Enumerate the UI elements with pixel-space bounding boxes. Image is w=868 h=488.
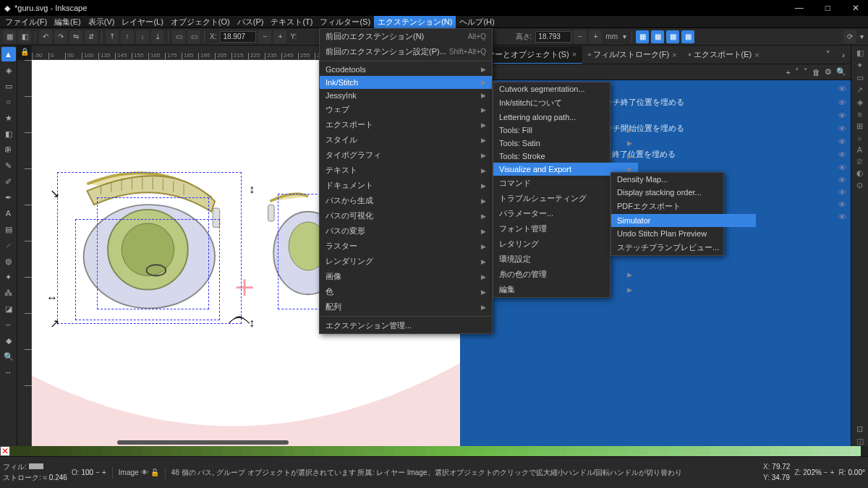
color-swatch[interactable]: [253, 446, 263, 456]
menu-item[interactable]: 配列▶: [320, 299, 492, 314]
color-swatch[interactable]: [638, 446, 648, 456]
color-swatch[interactable]: [263, 446, 273, 456]
panel-icon[interactable]: ≡: [857, 110, 861, 119]
menu-item[interactable]: Lettering along path...: [493, 111, 638, 124]
raise-icon[interactable]: ↑: [121, 30, 134, 43]
scale-handle[interactable]: ↕: [249, 183, 255, 196]
connector-tool[interactable]: ⎓: [1, 317, 16, 332]
menu-item[interactable]: ステッチプランプレビュー...: [611, 240, 756, 255]
node-tool[interactable]: ◈: [1, 63, 16, 77]
menu-item[interactable]: 画像▶: [320, 269, 492, 284]
panel-collapse-icon[interactable]: ˅: [820, 47, 836, 62]
color-swatch[interactable]: [203, 446, 213, 456]
menu-item[interactable]: Tools: Stroke▶: [493, 150, 638, 163]
color-swatch[interactable]: [334, 446, 344, 456]
lpe-tool[interactable]: ◆: [1, 333, 16, 348]
color-swatch[interactable]: [567, 446, 577, 456]
minus-icon[interactable]: −: [258, 30, 271, 43]
color-swatch[interactable]: [415, 446, 425, 456]
color-swatch[interactable]: [770, 446, 780, 456]
plus-icon[interactable]: +: [589, 30, 602, 43]
pen-tool[interactable]: ✐: [1, 174, 16, 189]
settings-icon[interactable]: ⚙: [825, 67, 832, 77]
scale-handle[interactable]: ↕: [249, 317, 255, 330]
scale-handle[interactable]: ↗: [50, 317, 59, 330]
color-swatch[interactable]: [81, 446, 91, 456]
color-swatch[interactable]: [760, 446, 770, 456]
color-swatch[interactable]: [658, 446, 668, 456]
refresh-icon[interactable]: ⟳: [843, 30, 856, 43]
color-swatch[interactable]: [111, 446, 122, 456]
color-swatch[interactable]: [314, 446, 324, 456]
panel-icon[interactable]: ⊙: [856, 181, 863, 190]
menu-item[interactable]: パスの可視化▶: [320, 208, 492, 223]
bucket-tool[interactable]: ◍: [1, 254, 16, 268]
color-swatch[interactable]: [446, 446, 456, 456]
color-swatch[interactable]: [324, 446, 334, 456]
color-swatch[interactable]: [223, 446, 233, 456]
zoom-tool[interactable]: 🔍: [1, 349, 16, 364]
color-swatch[interactable]: [587, 446, 597, 456]
no-fill-swatch[interactable]: ✕: [0, 446, 10, 456]
eye-icon[interactable]: 👁: [141, 468, 148, 476]
color-swatch[interactable]: [749, 446, 760, 456]
color-swatch[interactable]: [30, 446, 41, 456]
color-swatch[interactable]: [739, 446, 749, 456]
menu-item[interactable]: エクスポート▶: [320, 117, 492, 132]
color-swatch[interactable]: [820, 446, 830, 456]
circle-tool[interactable]: ○: [1, 95, 16, 109]
menu-item[interactable]: 前回のエクステンション(N)Alt+Q: [320, 29, 492, 44]
spiral-tool[interactable]: ֍: [1, 142, 16, 157]
h-input[interactable]: [535, 31, 571, 43]
dropdown-icon[interactable]: ▾: [623, 33, 626, 40]
star-tool[interactable]: ★: [1, 111, 16, 125]
color-swatch[interactable]: [233, 446, 243, 456]
menu-6[interactable]: テキスト(T): [267, 16, 316, 28]
color-swatch[interactable]: [466, 446, 476, 456]
menu-item[interactable]: Undo Stitch Plan Preview: [611, 227, 756, 240]
color-swatch[interactable]: [719, 446, 729, 456]
panel-icon[interactable]: ⟐: [857, 134, 862, 142]
color-swatch[interactable]: [354, 446, 365, 456]
lower-icon[interactable]: ↓: [136, 30, 149, 43]
minimize-button[interactable]: —: [791, 1, 808, 14]
color-swatch[interactable]: [425, 446, 435, 456]
dropper-tool[interactable]: ⟋: [1, 238, 16, 252]
color-swatch[interactable]: [780, 446, 790, 456]
menu-item[interactable]: 前回のエクステンション設定(P)...Shift+Alt+Q: [320, 44, 492, 59]
menu-item[interactable]: エクステンション管理...: [320, 318, 492, 333]
flip-v-icon[interactable]: ⇵: [85, 30, 98, 43]
calligraphy-tool[interactable]: ✒: [1, 190, 16, 205]
panel-icon[interactable]: ◧: [856, 48, 864, 58]
flip-h-icon[interactable]: ⇋: [69, 30, 82, 43]
menu-item[interactable]: 色▶: [320, 284, 492, 299]
color-swatch[interactable]: [577, 446, 587, 456]
color-swatch[interactable]: [456, 446, 466, 456]
close-button[interactable]: ✕: [848, 1, 864, 14]
menu-item[interactable]: Simulator: [611, 214, 756, 227]
lock-icon[interactable]: 🔓: [150, 468, 159, 476]
color-swatch[interactable]: [516, 446, 527, 456]
snap-btn[interactable]: ▦: [636, 30, 649, 43]
layer-up-icon[interactable]: ˄: [795, 67, 799, 77]
color-swatch[interactable]: [162, 446, 172, 456]
color-swatch[interactable]: [192, 446, 203, 456]
menu-item[interactable]: Ink/Stitch▶: [320, 76, 492, 89]
menu-item[interactable]: Ink/stitchについて: [493, 95, 638, 111]
tweak-tool[interactable]: ✦: [1, 270, 16, 284]
dropdown-icon[interactable]: ▾: [860, 33, 864, 40]
color-swatch[interactable]: [405, 446, 415, 456]
color-swatch[interactable]: [41, 446, 51, 456]
color-swatch[interactable]: [304, 446, 314, 456]
color-swatch[interactable]: [122, 446, 132, 456]
color-swatch[interactable]: [496, 446, 506, 456]
color-swatch[interactable]: [51, 446, 61, 456]
menu-item[interactable]: パスから生成▶: [320, 193, 492, 208]
color-swatch[interactable]: [273, 446, 284, 456]
color-swatch[interactable]: [152, 446, 162, 456]
rotate-cw-icon[interactable]: ↷: [54, 30, 67, 43]
gradient-tool[interactable]: ▤: [1, 222, 16, 236]
color-swatch[interactable]: [689, 446, 699, 456]
menu-item[interactable]: Density Map...: [611, 173, 756, 186]
opacity-value[interactable]: 100: [81, 468, 93, 476]
